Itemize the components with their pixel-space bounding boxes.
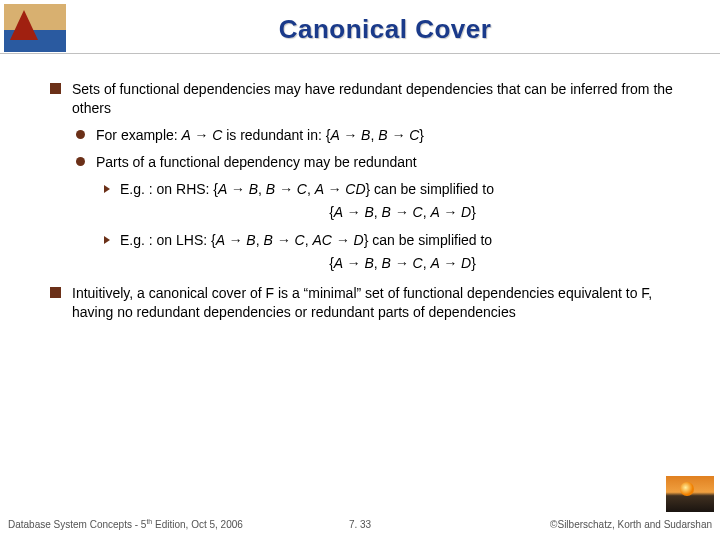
b3a-s1: , [258, 181, 266, 197]
b3a-fd3: A → CD [315, 181, 366, 197]
b3a-s2: , [307, 181, 315, 197]
b3a-rs1: , [374, 204, 382, 220]
b3b-r1: A → B [334, 255, 374, 271]
logo-bottom-right [666, 476, 714, 512]
b3a-r1: A → B [334, 204, 374, 220]
b2b-text: Parts of a functional dependency may be … [96, 154, 417, 170]
b3a-r3: A → D [430, 204, 471, 220]
bullet-3-lhs: E.g. : on LHS: {A → B, B → C, AC → D} ca… [102, 231, 685, 274]
b2a-post: } [419, 127, 424, 143]
bullet-2-example: For example: A → C is redundant in: {A →… [74, 126, 685, 145]
b2a-fd2: B → C [378, 127, 419, 143]
bullet-1-text: Sets of functional dependencies may have… [72, 81, 673, 116]
bullet-1: Sets of functional dependencies may have… [50, 80, 685, 118]
b3b-r2: B → C [382, 255, 423, 271]
b3a-fd2: B → C [266, 181, 307, 197]
b3a-r2: B → C [382, 204, 423, 220]
footer-left-a: Database System Concepts - 5 [8, 519, 146, 530]
b2a-pre: For example: [96, 127, 182, 143]
b3b-fd2: B → C [263, 232, 304, 248]
b3b-post: } can be simplified to [364, 232, 492, 248]
b3b-fd3: AC → D [312, 232, 363, 248]
b3b-result: {A → B, B → C, A → D} [120, 254, 685, 274]
footer-right: ©Silberschatz, Korth and Sudarshan [550, 519, 712, 530]
footer-mid: 7. 33 [349, 519, 371, 530]
header-divider [0, 53, 720, 54]
slide-content: Sets of functional dependencies may have… [50, 80, 685, 328]
bullet-3-rhs: E.g. : on RHS: {A → B, B → C, A → CD} ca… [102, 180, 685, 223]
bullet-1b: Intuitively, a canonical cover of F is a… [50, 284, 685, 322]
bullet-2-parts: Parts of a functional dependency may be … [74, 153, 685, 172]
b3a-res-close: } [471, 204, 476, 220]
b3a-fd1: A → B [218, 181, 258, 197]
b2a-expr: A → C [182, 127, 223, 143]
logo-top-left [4, 4, 66, 52]
b3b-rs1: , [374, 255, 382, 271]
b3b-fd1: A → B [216, 232, 256, 248]
footer-left-b: Edition, Oct 5, 2006 [152, 519, 243, 530]
b2a-fd1: A → B [330, 127, 370, 143]
b2a-sep: , [370, 127, 378, 143]
b3a-post: } can be simplified to [366, 181, 494, 197]
b3b-pre: E.g. : on LHS: { [120, 232, 216, 248]
slide: Canonical Cover Sets of functional depen… [0, 0, 720, 540]
b3b-r3: A → D [430, 255, 471, 271]
b3a-pre: E.g. : on RHS: { [120, 181, 218, 197]
bullet-1b-text: Intuitively, a canonical cover of F is a… [72, 285, 652, 320]
footer-left: Database System Concepts - 5th Edition, … [8, 518, 243, 530]
b3a-result: {A → B, B → C, A → D} [120, 203, 685, 223]
b2a-mid: is redundant in: { [222, 127, 330, 143]
slide-title: Canonical Cover [70, 14, 700, 45]
b3b-res-close: } [471, 255, 476, 271]
